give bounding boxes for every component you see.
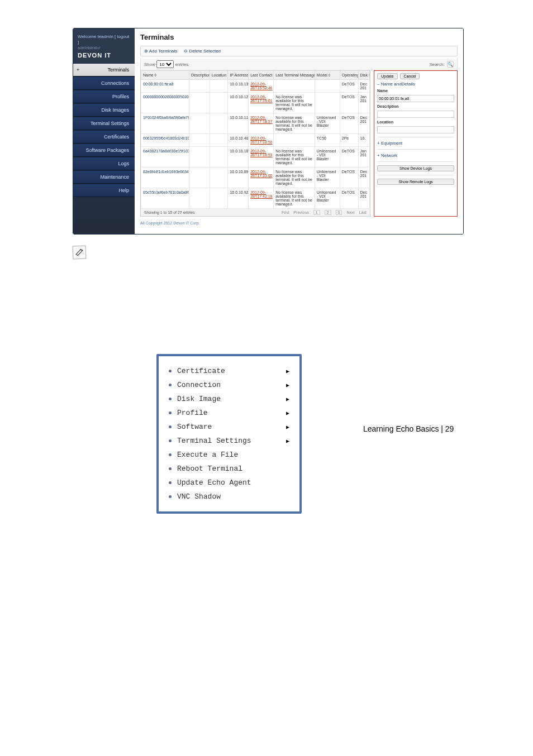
menu-item-label: Update Echo Agent — [177, 479, 251, 487]
column-header[interactable]: Location ◊ — [210, 71, 228, 80]
per-page-control: Show 10 entries — [144, 60, 189, 68]
chevron-right-icon: ▶ — [286, 396, 289, 403]
column-header[interactable]: Last Contact ◊ — [249, 71, 274, 80]
pager-3[interactable]: 3 — [336, 210, 342, 215]
column-header[interactable]: Last Terminal Message ◊ — [274, 71, 315, 80]
menu-item-disk-image[interactable]: Disk Image▶ — [159, 392, 299, 406]
table-row[interactable]: 00:00:00:01:fa:a810.0.10.1302012-09-28T1… — [141, 80, 370, 93]
menu-item-label: Profile — [177, 409, 208, 417]
chevron-right-icon: ▶ — [286, 368, 289, 375]
bullet-icon — [169, 398, 172, 400]
show-remote-logs-button[interactable]: Show Remote Logs — [377, 179, 454, 185]
cancel-button[interactable]: Cancel — [400, 73, 420, 79]
copyright: All Copyright 2012 Devon IT Corp. — [140, 217, 458, 227]
sidebar-item-terminals[interactable]: Terminals — [73, 63, 135, 76]
table-row[interactable]: 85c55b3ef6eb781b3a0a9f2c38e012f0c10.0.10… — [141, 188, 370, 209]
echo-console-screenshot: Welcome teadmin [ logout ] administrator… — [73, 28, 464, 235]
column-header[interactable]: Description ◊ — [189, 71, 210, 80]
menu-item-label: Connection — [177, 381, 221, 389]
sidebar-item-certificates[interactable]: Certificates — [73, 130, 135, 143]
sidebar-item-terminal-settings[interactable]: Terminal Settings — [73, 117, 135, 130]
terminals-table-wrap: Name ◊Description ◊Location ◊IP Address … — [140, 70, 370, 217]
role-text: administrator — [73, 46, 135, 51]
search-label: Search: — [429, 62, 445, 67]
menu-item-profile[interactable]: Profile▶ — [159, 406, 299, 420]
menu-item-vnc-shadow[interactable]: VNC Shadow — [159, 490, 299, 504]
table-row[interactable]: 60632955f6c41803d24b1011218e064ae10.0.10… — [141, 134, 370, 147]
pager-next[interactable]: Next — [346, 210, 354, 214]
chevron-right-icon: ▶ — [286, 382, 289, 389]
column-header[interactable]: Model ◊ — [315, 71, 340, 80]
menu-item-connection[interactable]: Connection▶ — [159, 378, 299, 392]
description-field[interactable] — [377, 111, 454, 118]
sidebar-item-software-packages[interactable]: Software Packages — [73, 143, 135, 157]
bullet-icon — [169, 425, 172, 428]
note-icon — [73, 246, 87, 260]
column-header[interactable]: Disk I Versio ◊ — [358, 71, 370, 80]
bullet-icon — [169, 481, 172, 484]
menu-item-label: Reboot Terminal — [177, 465, 242, 473]
menu-item-update-echo-agent[interactable]: Update Echo Agent — [159, 476, 299, 490]
menu-item-label: VNC Shadow — [177, 492, 221, 501]
terminals-table: Name ◊Description ◊Location ◊IP Address … — [141, 70, 370, 209]
menu-item-terminal-settings[interactable]: Terminal Settings▶ — [159, 434, 299, 448]
section-name-details[interactable]: Name andDetails — [377, 82, 454, 87]
sidebar-item-logs[interactable]: Logs — [73, 157, 135, 170]
menu-item-label: Certificate — [177, 367, 225, 375]
pager-1[interactable]: 1 — [313, 210, 320, 215]
page-title: Terminals — [140, 33, 458, 41]
context-menu: Certificate▶Connection▶Disk Image▶Profil… — [159, 356, 299, 511]
sidebar-item-maintenance[interactable]: Maintenance — [73, 170, 135, 184]
table-row[interactable]: 1F01024f0bafb9a590afe79103125430810.0.10… — [141, 113, 370, 134]
menu-item-label: Execute a File — [177, 451, 238, 459]
sidebar: Welcome teadmin [ logout ] administrator… — [73, 28, 135, 234]
name-field[interactable] — [377, 95, 454, 102]
showing-text: Showing 1 to 10 of 27 entries — [144, 210, 195, 214]
sidebar-item-profiles[interactable]: Profiles — [73, 90, 135, 103]
menu-item-label: Software — [177, 423, 212, 431]
menu-item-certificate[interactable]: Certificate▶ — [159, 364, 299, 378]
show-device-logs-button[interactable]: Show Device Logs — [377, 165, 454, 171]
description-label: Description — [377, 104, 454, 108]
chevron-right-icon: ▶ — [286, 424, 289, 430]
doc-footer: Learning Echo Basics | 29 — [363, 424, 454, 433]
bullet-icon — [169, 439, 172, 442]
sidebar-item-connections[interactable]: Connections — [73, 76, 135, 90]
pager-2[interactable]: 2 — [325, 210, 331, 215]
table-row[interactable]: 6a4382178a8d630e15f103a45f4e5f49e10.0.10… — [141, 147, 370, 168]
section-network[interactable]: Network — [377, 153, 454, 158]
welcome-text: Welcome teadmin [ logout ] — [73, 33, 135, 46]
toolbar: ⊕ Add Terminals ⊖ Delete Selected — [140, 46, 458, 56]
menu-item-reboot-terminal[interactable]: Reboot Terminal — [159, 462, 299, 476]
location-label: Location — [377, 120, 454, 124]
sidebar-item-help[interactable]: Help — [73, 184, 135, 197]
column-header[interactable]: Operating System ◊ — [340, 71, 358, 80]
brand-logo: DEVON IT — [73, 51, 135, 63]
bullet-icon — [169, 453, 172, 456]
pager-last[interactable]: Last — [359, 210, 367, 214]
add-terminals-link[interactable]: ⊕ Add Terminals — [144, 49, 177, 54]
pager-prev[interactable]: Previous — [294, 210, 309, 214]
menu-item-label: Disk Image — [177, 395, 221, 403]
menu-item-execute-a-file[interactable]: Execute a File — [159, 448, 299, 462]
column-header[interactable]: Name ◊ — [141, 71, 189, 80]
bullet-icon — [169, 384, 172, 386]
delete-selected-link[interactable]: ⊖ Delete Selected — [184, 49, 221, 54]
search-icon[interactable]: 🔍 — [447, 61, 454, 68]
update-button[interactable]: Update — [377, 73, 398, 79]
bullet-icon — [169, 467, 172, 470]
table-row[interactable]: 00000000002000000502010000000010.0.10.12… — [141, 93, 370, 113]
pager-first[interactable]: First — [282, 210, 289, 214]
per-page-select[interactable]: 10 — [156, 60, 174, 68]
section-equipment[interactable]: Equipment — [377, 141, 454, 146]
name-label: Name — [377, 89, 454, 93]
table-row[interactable]: 82e8f44f1d1eb1693e6634f9c8ba87fc110.0.10… — [141, 168, 370, 188]
menu-item-label: Terminal Settings — [177, 437, 251, 445]
pager: First Previous 1 2 3 Next Last — [278, 210, 367, 214]
column-header[interactable]: IP Address ◊ — [228, 71, 249, 80]
chevron-right-icon: ▶ — [286, 410, 289, 417]
location-field[interactable] — [377, 126, 454, 133]
menu-item-software[interactable]: Software▶ — [159, 420, 299, 434]
main-panel: Terminals ⊕ Add Terminals ⊖ Delete Selec… — [135, 28, 463, 234]
sidebar-item-disk-images[interactable]: Disk Images — [73, 103, 135, 117]
